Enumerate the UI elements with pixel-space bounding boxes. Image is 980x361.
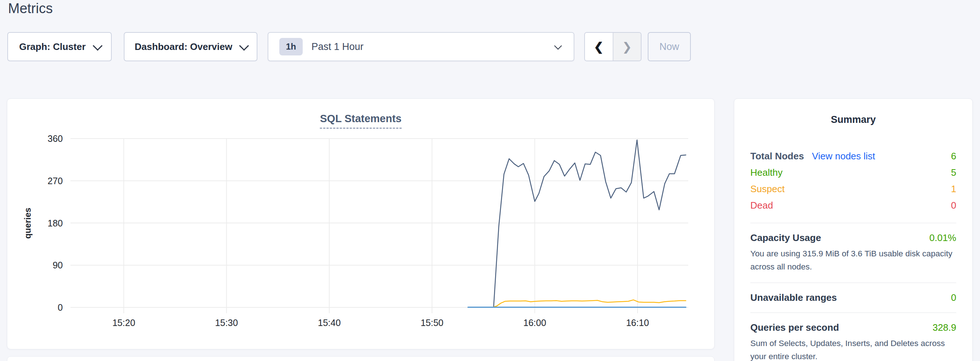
queries-per-second-section: Queries per second 328.9 Sum of Selects,… [750, 322, 956, 361]
svg-text:16:00: 16:00 [523, 318, 546, 328]
svg-text:90: 90 [52, 260, 63, 270]
suspect-label: Suspect [750, 184, 785, 195]
chevron-down-icon [92, 41, 102, 51]
dead-nodes-row: Dead 0 [750, 197, 956, 214]
dashboard-dropdown-label: Dashboard: Overview [135, 41, 232, 52]
chevron-down-icon [554, 42, 562, 50]
sql-statements-chart-card: 09018027036015:2015:3015:4015:5016:0016:… [7, 98, 714, 349]
divider [750, 223, 956, 223]
svg-text:180: 180 [48, 218, 63, 228]
healthy-nodes-row: Healthy 5 [750, 165, 956, 181]
total-nodes-value: 6 [951, 150, 956, 162]
graph-dropdown[interactable]: Graph: Cluster [7, 32, 112, 61]
time-forward-button[interactable]: ❯ [613, 33, 641, 60]
time-range-selector[interactable]: 1h Past 1 Hour [268, 32, 574, 61]
capacity-usage-description: You are using 315.9 MiB of 3.6 TiB usabl… [750, 247, 956, 274]
unavailable-ranges-section: Unavailable ranges 0 [750, 292, 956, 303]
graph-dropdown-label: Graph: Cluster [19, 41, 86, 52]
capacity-usage-value: 0.01% [929, 232, 956, 244]
svg-text:270: 270 [48, 176, 63, 186]
time-range-badge: 1h [279, 38, 303, 55]
now-button-label: Now [659, 41, 679, 52]
sql-statements-chart[interactable]: 09018027036015:2015:3015:4015:5016:0016:… [7, 99, 714, 349]
divider [750, 312, 956, 313]
chevron-down-icon [239, 41, 249, 51]
page-title: Metrics [8, 1, 52, 16]
queries-per-second-label: Queries per second [750, 322, 839, 333]
chevron-left-icon: ❮ [594, 40, 603, 54]
svg-text:15:50: 15:50 [421, 318, 444, 328]
svg-text:15:30: 15:30 [215, 318, 238, 328]
unavailable-ranges-label: Unavailable ranges [750, 292, 837, 303]
chart-title[interactable]: SQL Statements [320, 113, 401, 129]
time-step-button-group: ❮ ❯ [584, 32, 641, 61]
time-range-label: Past 1 Hour [312, 41, 364, 52]
capacity-usage-section: Capacity Usage 0.01% You are using 315.9… [750, 232, 956, 274]
dashboard-dropdown[interactable]: Dashboard: Overview [124, 32, 258, 61]
total-nodes-row: Total Nodes View nodes list 6 [750, 148, 956, 165]
svg-text:15:20: 15:20 [113, 318, 135, 328]
suspect-nodes-row: Suspect 1 [750, 181, 956, 197]
summary-panel: Summary Total Nodes View nodes list 6 He… [734, 98, 973, 361]
svg-text:0: 0 [58, 302, 63, 312]
dead-label: Dead [750, 200, 773, 211]
next-chart-card-top [7, 356, 714, 361]
summary-title: Summary [750, 114, 956, 125]
healthy-value: 5 [951, 167, 956, 178]
node-status-block: Total Nodes View nodes list 6 Healthy 5 … [750, 148, 956, 214]
dead-value: 0 [951, 200, 956, 211]
divider [750, 283, 956, 283]
time-back-button[interactable]: ❮ [585, 33, 613, 60]
suspect-value: 1 [951, 184, 956, 195]
svg-text:queries: queries [23, 207, 32, 239]
view-nodes-list-link[interactable]: View nodes list [812, 150, 875, 162]
unavailable-ranges-value: 0 [951, 292, 956, 303]
total-nodes-label: Total Nodes [750, 150, 804, 162]
capacity-usage-label: Capacity Usage [750, 232, 821, 244]
queries-per-second-description: Sum of Selects, Updates, Inserts, and De… [750, 337, 956, 361]
queries-per-second-value: 328.9 [932, 322, 956, 333]
healthy-label: Healthy [750, 167, 783, 178]
svg-text:15:40: 15:40 [318, 318, 341, 328]
chevron-right-icon: ❯ [622, 40, 632, 54]
svg-text:360: 360 [48, 133, 63, 144]
now-button[interactable]: Now [648, 32, 691, 61]
svg-text:16:10: 16:10 [626, 318, 649, 328]
